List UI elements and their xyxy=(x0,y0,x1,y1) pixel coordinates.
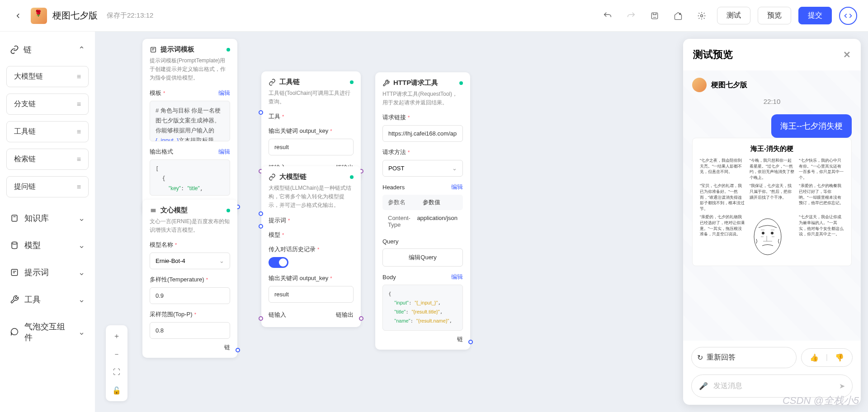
port-chain-in[interactable] xyxy=(259,316,263,321)
sidebar-menu-model[interactable]: 模型⌄ xyxy=(6,234,89,257)
sidebar-section-chains[interactable]: 链 ⌃ xyxy=(6,40,89,60)
home-button[interactable] xyxy=(670,8,686,24)
http-icon xyxy=(382,80,390,87)
send-icon[interactable]: ➤ xyxy=(839,382,845,390)
link-icon xyxy=(269,173,276,181)
zoom-controls: ＋ － ⛶ 🔓 xyxy=(106,325,127,401)
thumbs-up-button[interactable]: 👍 xyxy=(807,351,821,364)
svg-rect-5 xyxy=(11,269,17,275)
url-input[interactable] xyxy=(382,125,463,142)
test-button[interactable]: 测试 xyxy=(717,7,750,24)
lock-button[interactable]: 🔓 xyxy=(109,383,124,398)
chain-item-4[interactable]: 提问链≡ xyxy=(6,176,89,197)
sidebar: 链 ⌃ 大模型链≡分支链≡工具链≡检索链≡提问链≡ 知识库⌄模型⌄提示词⌄工具⌄… xyxy=(0,32,95,412)
port-chain-out[interactable] xyxy=(359,316,363,321)
meme-cell: "亲爱的，七夕的礼物我已经选好了，绝对让你满意。"一其实，拖压根没准备，只是空口… xyxy=(700,214,745,237)
fit-button[interactable]: ⛶ xyxy=(109,365,124,379)
link-icon xyxy=(10,45,19,54)
model-icon xyxy=(10,241,19,250)
template-text[interactable]: # 角色与目标 你是一名梗图七夕版文案生成神器。你能够根据用户输入的{_inpu… xyxy=(150,101,230,141)
preview-panel: 测试预览 ✕ 梗图七夕版 22:10 海王--七夕消失梗 海王-消失的梗 "七夕… xyxy=(683,39,861,405)
settings-button[interactable] xyxy=(693,8,710,24)
meme-cell: "七夕快乐，我的心中只有你。"一心里其实还有一百多号，你只是其中一个。 xyxy=(799,158,844,180)
thumbs-down-button[interactable]: 👎 xyxy=(832,351,847,364)
save-button[interactable] xyxy=(646,8,663,24)
header-row: 参数名参数值 xyxy=(382,195,463,210)
svg-point-1 xyxy=(679,13,681,14)
svg-point-2 xyxy=(701,14,703,17)
preview-button[interactable]: 预览 xyxy=(758,7,791,24)
format-text[interactable]: [ { "key": "title", "description": "标题" xyxy=(150,159,230,196)
user-message: 海王--七夕消失梗 xyxy=(771,114,852,138)
app-title: 梗图七夕版 xyxy=(52,9,98,22)
chain-item-2[interactable]: 工具链≡ xyxy=(6,121,89,142)
node-llm-chain[interactable]: 大模型链 大模型链(LLMChain)是一种链式结构，它将多个输入转化为模型提示… xyxy=(261,166,361,327)
prompt-icon xyxy=(10,268,19,277)
meme-cell xyxy=(750,214,795,259)
svg-point-4 xyxy=(12,242,17,244)
zoom-out-button[interactable]: － xyxy=(109,347,124,361)
wrench-icon xyxy=(10,295,19,304)
retry-button[interactable]: ↻重新回答 xyxy=(691,347,797,368)
bot-name: 梗图七夕版 xyxy=(711,80,747,90)
node-tool-chain[interactable]: 工具链 工具链(ToolChain)可调用工具进行查询。 工具* 输出关键词 o… xyxy=(261,71,361,180)
canvas[interactable]: 提示词模板 提示词模板(PromptTemplate)用于创建提示并定义输出格式… xyxy=(95,32,868,412)
svg-point-7 xyxy=(754,219,781,255)
svg-point-8 xyxy=(762,232,764,234)
undo-button[interactable] xyxy=(599,8,616,24)
knowledge-icon xyxy=(10,214,19,223)
chevron-up-icon: ⌃ xyxy=(78,45,85,55)
zoom-in-button[interactable]: ＋ xyxy=(109,329,124,343)
sidebar-menu-chat[interactable]: 气泡交互组件⌄ xyxy=(6,315,89,349)
port-out[interactable] xyxy=(468,340,473,344)
mic-icon[interactable]: 🎤 xyxy=(699,382,708,390)
chain-item-3[interactable]: 检索链≡ xyxy=(6,149,89,170)
sidebar-menu-prompt[interactable]: 提示词⌄ xyxy=(6,261,89,284)
chain-item-0[interactable]: 大模型链≡ xyxy=(6,66,89,87)
topp-input[interactable] xyxy=(150,322,230,339)
status-dot xyxy=(459,81,463,85)
svg-point-9 xyxy=(771,232,774,234)
chat-input[interactable]: 🎤 发送消息 ➤ xyxy=(691,375,853,398)
bot-avatar xyxy=(692,78,707,92)
back-button[interactable] xyxy=(11,9,25,23)
app-avatar xyxy=(31,8,47,24)
meme-cell: "今晚，我只想和你一起看星星。"过七夕，"一然约，依旧无声地消失了整个晚上。 xyxy=(750,158,795,180)
svg-rect-0 xyxy=(651,13,657,19)
close-button[interactable]: ✕ xyxy=(843,49,851,60)
saved-status: 保存于22:13:12 xyxy=(107,11,153,20)
node-wenxin-model[interactable]: 文心模型 文心一言(ERNIE)是百度发布的知识增强大语言模型。 模型名称* E… xyxy=(142,200,237,358)
sidebar-menu-wrench[interactable]: 工具⌄ xyxy=(6,288,89,311)
history-toggle[interactable] xyxy=(269,257,288,268)
preview-title: 测试预览 xyxy=(693,48,733,61)
temperature-input[interactable] xyxy=(150,287,230,304)
template-icon xyxy=(150,46,157,53)
port-model-in[interactable] xyxy=(259,224,263,229)
edit-body-link[interactable]: 编辑 xyxy=(451,273,463,281)
edit-query-button[interactable]: 编辑Query xyxy=(382,248,463,267)
port-tool-in[interactable] xyxy=(259,110,263,115)
status-dot xyxy=(226,48,230,52)
method-select[interactable]: POST⌄ xyxy=(382,160,463,177)
body-code[interactable]: { "input": "{_input_}", "title": "{resul… xyxy=(382,285,463,330)
model-select[interactable]: Ernie-Bot-4⌄ xyxy=(150,253,230,269)
meme-cell: "七夕之夜，我会陪你到天亮。"一结果人影都不见，但悬念不同。 xyxy=(700,158,745,180)
node-prompt-template[interactable]: 提示词模板 提示词模板(PromptTemplate)用于创建提示并定义输出格式… xyxy=(142,39,237,215)
code-button[interactable] xyxy=(839,7,857,25)
status-dot xyxy=(350,175,354,179)
edit-format-link[interactable]: 编辑 xyxy=(218,148,230,156)
meme-cell: "七夕这天，我会让你成为最幸福的人。"一其实，他对每个女生都这么说，你只是其中之… xyxy=(799,214,844,237)
meme-cell: "宝贝，七夕的礼谓，我已为你准备好。"一然而，"谁通注谋消失得连影子都找不到，根… xyxy=(700,183,745,211)
outkey-input[interactable] xyxy=(269,286,354,303)
submit-button[interactable]: 提交 xyxy=(798,7,832,24)
meme-cell: "我保证，七夕这天，找只属于你。"然后，把你踢开后找了个干净。 xyxy=(750,183,795,211)
outkey-input[interactable] xyxy=(269,139,354,155)
node-http-request[interactable]: HTTP请求工具 HTTP请求工具(RequestTool)，用于发起请求并返回… xyxy=(375,72,470,350)
port-out[interactable] xyxy=(236,348,240,352)
port-prompt-in[interactable] xyxy=(259,211,263,216)
sidebar-menu-knowledge[interactable]: 知识库⌄ xyxy=(6,206,89,230)
chain-item-1[interactable]: 分支链≡ xyxy=(6,94,89,115)
edit-headers-link[interactable]: 编辑 xyxy=(451,183,463,191)
edit-template-link[interactable]: 编辑 xyxy=(218,89,230,97)
redo-button[interactable] xyxy=(623,8,639,24)
